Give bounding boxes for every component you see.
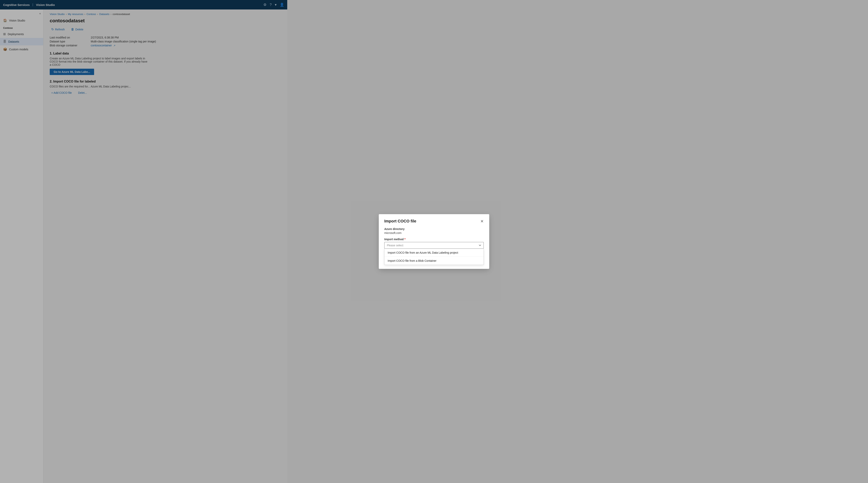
modal-overlay: Import COCO file ✕ Azure directory micro…	[0, 0, 287, 483]
